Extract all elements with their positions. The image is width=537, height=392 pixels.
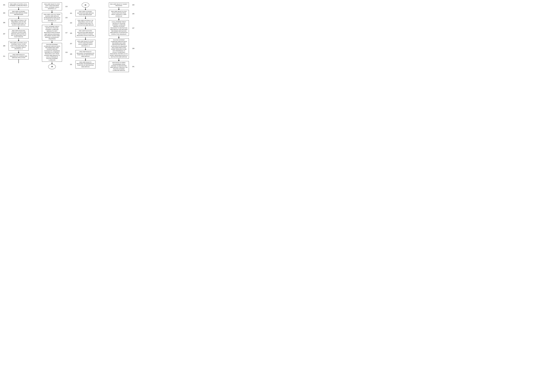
step-225: 225 END-USER NAVIGATES DESTINATION WEB S… [69,29,102,37]
step-num-241: 241 [132,66,134,67]
box-215: END-USER LOGS OUT FROM SOURCE WEB SERVIC… [42,13,62,22]
box-225: END-USER NAVIGATES DESTINATION WEB SERVI… [75,29,95,37]
step-207: 207 END-USER NAVIGATES THROUGH SOURCE WE… [3,29,35,39]
step-211: 211 END-USER SELECTS RESOURCE OF SOURCE … [3,53,35,60]
box-233: END-USER SELECTS "DUMMY" RESOURCE [109,3,129,7]
step-239: TRUSTED INTERNET CLIPBOARD SERVICE EDITS… [103,38,135,59]
step-201: 201 END-USER ACTIVATES LOCAL INTERNET CL… [3,3,35,7]
step-num-203: 203 [3,12,5,14]
step-num-219: 219 [65,52,67,53]
arrow-221-223 [85,16,86,19]
step-num-223: 223 [70,22,72,23]
step-num-215: 215 [65,17,67,18]
step-233: END-USER SELECTS "DUMMY" RESOURCE 233 [103,3,135,7]
arrow-207-209 [19,39,19,41]
column-4: END-USER SELECTS "DUMMY" RESOURCE 233 EN… [103,3,135,72]
box-205: END-USER OPTIONALLY (IF REQUIRED) LOGS I… [9,19,29,27]
step-num-201: 201 [3,4,5,6]
step-227: 227 END-USER SELECTS START PASTE FUNCTIO… [69,40,102,48]
box-213: END-USER SELECTS STOP COPY FUNCTION FROM… [42,3,62,10]
step-num-205: 205 [3,22,5,23]
arrow-205-207 [19,27,19,29]
end-arrow-col1 [19,60,19,63]
box-223: END-USER OPTIONALLY (IF REQUIRED) LOGS I… [75,19,95,27]
box-229: END-USER SELECTS RESOURCE TRANSFER/PASTE… [75,50,95,58]
step-num-217: 217 [65,32,67,33]
box-241: RESOURCE HAS BEEN TRANSFERRED FROM SOURC… [109,61,129,72]
step-num-231: 231 [70,64,72,65]
box-221: END-USER ACCESSES DESTINATION WEB SERVIC… [75,10,95,16]
step-213: END-USER SELECTS STOP COPY FUNCTION FROM… [36,3,68,10]
box-231: END-USER SELECTS RESOURCE TRANSFER/PASTE… [75,61,95,68]
arrow-235-237 [119,18,119,20]
step-221: 221 END-USER ACCESSES DESTINATION WEB SE… [69,10,102,16]
box-235: END-USER SELECTS STOP PASTE FUNCTION FRO… [109,10,129,18]
step-219: TRUSTED INTERNET CLIPBOARD SERVICE EDITS… [36,43,68,62]
arrow-233-235 [119,7,119,10]
step-num-233: 233 [132,4,134,6]
step-num-225: 225 [70,33,72,34]
arrow-oval-221 [85,8,86,10]
step-num-237: 237 [132,27,134,29]
column-3: 2B 221 END-USER ACCESSES DESTINATION WEB… [69,3,102,68]
arrow-203-205 [19,16,19,19]
arrow-225-227 [85,37,86,40]
step-num-207: 207 [3,33,5,34]
step-241: RESOURCE HAS BEEN TRANSFERRED FROM SOURC… [103,61,135,72]
step-num-211: 211 [3,56,5,57]
oval-2b-col2: 2B [48,64,56,69]
box-209: END-USER ACTIVATES LOCAL INTERNET PROXY … [9,41,29,51]
step-205: 205 END-USER OPTIONALLY (IF REQUIRED) LO… [3,19,35,27]
step-231: 231 END-USER SELECTS RESOURCE TRANSFER/P… [69,61,102,68]
step-num-239: 239 [132,48,134,49]
arrow-201-203 [19,7,19,10]
box-237: LOCAL INTERNET PROXY INSTRUCTS TRUSTED I… [109,20,129,36]
box-211: END-USER SELECTS RESOURCE OF SOURCE WEB … [9,53,29,60]
arrow-223-225 [85,27,86,29]
step-215: END-USER LOGS OUT FROM SOURCE WEB SERVIC… [36,13,68,22]
oval-2b-bottom: 2B [36,64,68,69]
box-227: END-USER SELECTS START PASTE FUNCTION FR… [75,40,95,48]
arrow-213-215 [52,10,52,13]
step-num-235: 235 [132,13,134,14]
step-217: LOCAL INTERNET PROXY INSTRUCTS TRUSTED I… [36,25,68,41]
step-num-213: 213 [65,6,67,7]
step-num-227: 227 [70,43,72,44]
box-219: TRUSTED INTERNET CLIPBOARD SERVICE EDITS… [42,43,62,62]
step-num-221: 221 [70,13,72,14]
step-229: 229 END-USER SELECTS RESOURCE TRANSFER/P… [69,50,102,58]
arrow-219-oval [52,62,52,64]
arrow-215-217 [52,22,52,25]
oval-2b-top: 2B [69,3,102,8]
step-235: END-USER SELECTS STOP PASTE FUNCTION FRO… [103,10,135,18]
flowchart-diagram: 201 END-USER ACTIVATES LOCAL INTERNET CL… [3,3,135,72]
step-223: 223 END-USER OPTIONALLY (IF REQUIRED) LO… [69,19,102,27]
box-207: END-USER NAVIGATES THROUGH SOURCE WEB SE… [9,29,29,39]
box-239: TRUSTED INTERNET CLIPBOARD SERVICE EDITS… [109,38,129,59]
arrow-209-211 [19,51,19,53]
oval-2b-col3: 2B [82,3,89,8]
box-217: LOCAL INTERNET PROXY INSTRUCTS TRUSTED I… [42,25,62,41]
step-209: 209 END-USER ACTIVATES LOCAL INTERNET PR… [3,41,35,51]
box-201: END-USER ACTIVATES LOCAL INTERNET CLIPBO… [9,3,29,7]
arrow-217-219 [52,41,52,43]
arrow-229-231 [85,58,86,61]
step-203: 203 END-USER ACCESSES SOURCE WEB SERVICE… [3,10,35,16]
step-237: LOCAL INTERNET PROXY INSTRUCTS TRUSTED I… [103,20,135,36]
box-203: END-USER ACCESSES SOURCE WEB SERVICE FRO… [9,10,29,16]
column-1: 201 END-USER ACTIVATES LOCAL INTERNET CL… [3,3,35,63]
arrow-227-229 [85,48,86,50]
step-num-229: 229 [70,53,72,55]
step-num-209: 209 [3,45,5,47]
arrow-237-239 [119,36,119,38]
column-2: END-USER SELECTS STOP COPY FUNCTION FROM… [36,3,68,69]
arrow-239-241 [119,59,119,61]
